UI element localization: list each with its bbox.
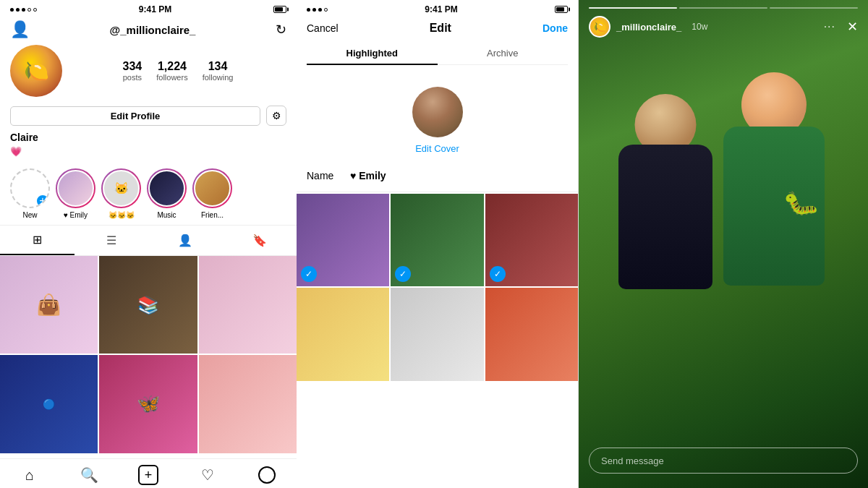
- segmented-control: Highlighted Archive: [307, 42, 568, 65]
- edit-photo-3[interactable]: ✓: [485, 194, 578, 286]
- status-bar-2: 9:41 PM: [297, 0, 578, 17]
- story-bottom-controls: Send message: [579, 448, 868, 474]
- progress-bar-3: [770, 7, 858, 9]
- stat-followers: 1,224 followers: [156, 60, 187, 82]
- progress-bar-1: [589, 7, 677, 9]
- stories-row: + New ♥ Emily 🐱 🐱🐱🐱 Music: [0, 163, 297, 225]
- edit-profile-button[interactable]: Edit Profile: [10, 106, 260, 126]
- edit-profile-row: Edit Profile ⚙: [0, 103, 297, 130]
- story-music-circle[interactable]: [147, 168, 187, 208]
- name-value: ♥ Emily: [350, 170, 386, 181]
- stat-following: 134 following: [203, 60, 234, 82]
- profile-header: 👤 @_millionclaire_ ↻: [0, 17, 297, 45]
- grid-photo-1[interactable]: 👜: [0, 256, 98, 354]
- edit-header: Cancel Edit Done: [297, 17, 578, 42]
- profile-name: Claire: [0, 130, 297, 145]
- menu-icon[interactable]: ↻: [276, 22, 286, 38]
- tab-highlighted[interactable]: Highlighted: [307, 42, 438, 64]
- profile-tabs: ⊞ ☰ 👤 🔖: [0, 225, 297, 256]
- story-time: 10w: [692, 22, 707, 32]
- selected-badge-1: ✓: [301, 266, 317, 282]
- battery-2: [555, 6, 568, 13]
- cover-circle[interactable]: [412, 87, 463, 137]
- tab-list[interactable]: ☰: [75, 226, 149, 255]
- story-user-row: 🍋 _millionclaire_ 10w ··· ✕: [589, 16, 858, 38]
- tab-archive[interactable]: Archive: [438, 42, 569, 64]
- nav-home[interactable]: ⌂: [0, 465, 59, 485]
- story-emily[interactable]: ♥ Emily: [56, 168, 95, 219]
- tab-saved[interactable]: 🔖: [223, 226, 297, 255]
- story-user-avatar[interactable]: 🍋: [589, 16, 610, 38]
- story-label-emily: ♥ Emily: [64, 211, 88, 219]
- story-new[interactable]: + New: [10, 168, 50, 219]
- edit-photo-5[interactable]: [391, 288, 483, 380]
- nav-profile[interactable]: [237, 465, 297, 485]
- story-emily-circle[interactable]: [56, 168, 95, 208]
- grid-photo-4[interactable]: 🔵: [0, 355, 98, 453]
- status-time-1: 9:41 PM: [139, 4, 171, 14]
- story-cats-circle[interactable]: 🐱: [101, 168, 141, 208]
- story-user-info: 🍋 _millionclaire_ 10w: [589, 16, 707, 38]
- story-friends-circle[interactable]: [192, 168, 232, 208]
- done-button[interactable]: Done: [542, 22, 568, 34]
- add-story-icon[interactable]: +: [35, 194, 50, 208]
- story-username: _millionclaire_: [616, 22, 681, 33]
- story-friends[interactable]: Frien...: [192, 168, 232, 219]
- settings-icon[interactable]: ⚙: [266, 106, 286, 126]
- story-label-new: New: [22, 211, 37, 219]
- edit-photo-2[interactable]: ✓: [391, 194, 483, 286]
- story-label-cats: 🐱🐱🐱: [109, 211, 135, 219]
- story-header: 🍋 _millionclaire_ 10w ··· ✕: [579, 0, 868, 43]
- profile-bio: 💗: [0, 145, 297, 163]
- edit-photo-4[interactable]: [297, 288, 389, 380]
- story-progress-bars: [589, 7, 858, 9]
- name-label: Name: [307, 170, 343, 181]
- phone1-instagram-profile: 9:41 PM 👤 @_millionclaire_ ↻ 🍋 334 posts…: [0, 0, 297, 488]
- selected-badge-2: ✓: [395, 266, 411, 282]
- status-time-2: 9:41 PM: [425, 4, 457, 14]
- edit-photo-6[interactable]: [485, 288, 578, 380]
- phone3-story-view: 🐛 🍋 _millionclaire_ 10w ··· ✕ Send messa…: [579, 0, 868, 488]
- story-label-friends: Frien...: [201, 211, 224, 219]
- story-cats[interactable]: 🐱 🐱🐱🐱: [101, 168, 141, 219]
- progress-bar-2: [679, 7, 767, 9]
- phone2-edit-highlights: 9:41 PM Cancel Edit Done Highlighted Arc…: [297, 0, 579, 488]
- story-music[interactable]: Music: [147, 168, 187, 219]
- status-bar-1: 9:41 PM: [0, 0, 297, 17]
- nav-add[interactable]: +: [119, 465, 178, 485]
- tab-tagged[interactable]: 👤: [148, 226, 223, 255]
- bottom-nav: ⌂ 🔍 + ♡: [0, 458, 297, 488]
- tab-grid[interactable]: ⊞: [0, 226, 75, 255]
- cancel-button[interactable]: Cancel: [307, 22, 339, 34]
- story-more-icon[interactable]: ···: [824, 20, 835, 33]
- story-label-music: Music: [157, 211, 176, 219]
- nav-heart[interactable]: ♡: [178, 465, 237, 485]
- new-story-circle[interactable]: +: [10, 168, 50, 208]
- edit-cover-label[interactable]: Edit Cover: [415, 143, 459, 154]
- nav-search[interactable]: 🔍: [59, 465, 119, 485]
- username-text: @_millionclaire_: [110, 24, 196, 36]
- reply-input[interactable]: Send message: [601, 455, 664, 466]
- selected-badge-3: ✓: [490, 266, 506, 282]
- photo-grid: 👜 📚 🔵 🦋: [0, 256, 297, 453]
- back-icon[interactable]: 👤: [10, 20, 30, 39]
- edit-photo-grid: ✓ ✓ ✓: [297, 192, 578, 382]
- grid-photo-5[interactable]: 🦋: [99, 355, 197, 453]
- name-row: Name ♥ Emily: [297, 163, 578, 192]
- grid-photo-2[interactable]: 📚: [99, 256, 197, 354]
- grid-photo-3[interactable]: [199, 256, 297, 354]
- stats-container: 334 posts 1,224 followers 134 following: [69, 60, 286, 82]
- edit-photo-1[interactable]: ✓: [297, 194, 389, 286]
- story-close-button[interactable]: ✕: [847, 19, 858, 35]
- edit-title: Edit: [430, 22, 451, 35]
- battery-1: [273, 6, 286, 13]
- grid-photo-6[interactable]: [199, 355, 297, 453]
- edit-cover-section: Edit Cover: [297, 75, 578, 163]
- stat-posts: 334 posts: [123, 60, 142, 82]
- profile-avatar[interactable]: 🍋: [10, 45, 62, 97]
